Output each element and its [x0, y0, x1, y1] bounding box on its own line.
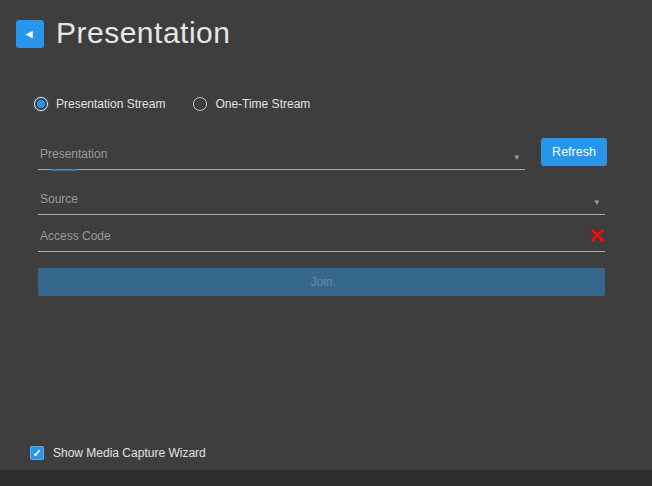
access-code-input[interactable]	[38, 222, 605, 252]
presentation-screen: ◄ Presentation Presentation Stream One-T…	[0, 0, 652, 486]
wizard-checkbox-label: Show Media Capture Wizard	[53, 446, 206, 460]
radio-unselected-icon	[193, 97, 207, 111]
source-dropdown: ▾	[38, 185, 605, 215]
presentation-input[interactable]	[38, 140, 525, 170]
checkbox-checked-icon[interactable]: ✓	[30, 446, 44, 460]
bottom-strip	[0, 470, 652, 486]
radio-one-time-stream[interactable]: One-Time Stream	[193, 97, 310, 111]
radio-presentation-stream[interactable]: Presentation Stream	[34, 97, 165, 111]
show-wizard-checkbox-row[interactable]: ✓ Show Media Capture Wizard	[30, 446, 206, 460]
validation-error-icon: ✕	[585, 224, 609, 248]
page-title: Presentation	[56, 16, 230, 50]
access-code-field	[38, 222, 605, 252]
back-arrow-icon: ◄	[23, 28, 35, 40]
chevron-down-icon[interactable]: ▾	[514, 153, 519, 162]
presentation-dropdown: ▾	[38, 140, 525, 170]
source-input[interactable]	[38, 185, 605, 215]
radio-label: Presentation Stream	[56, 97, 165, 111]
back-button[interactable]: ◄	[16, 20, 44, 48]
radio-selected-icon	[34, 97, 48, 111]
chevron-down-icon[interactable]: ▾	[594, 198, 599, 207]
join-button[interactable]: Join	[38, 268, 605, 296]
focus-accent-bar	[50, 169, 78, 171]
stream-type-radio-group: Presentation Stream One-Time Stream	[34, 96, 310, 112]
refresh-button[interactable]: Refresh	[541, 138, 607, 166]
check-icon: ✓	[32, 448, 41, 459]
radio-label: One-Time Stream	[215, 97, 310, 111]
